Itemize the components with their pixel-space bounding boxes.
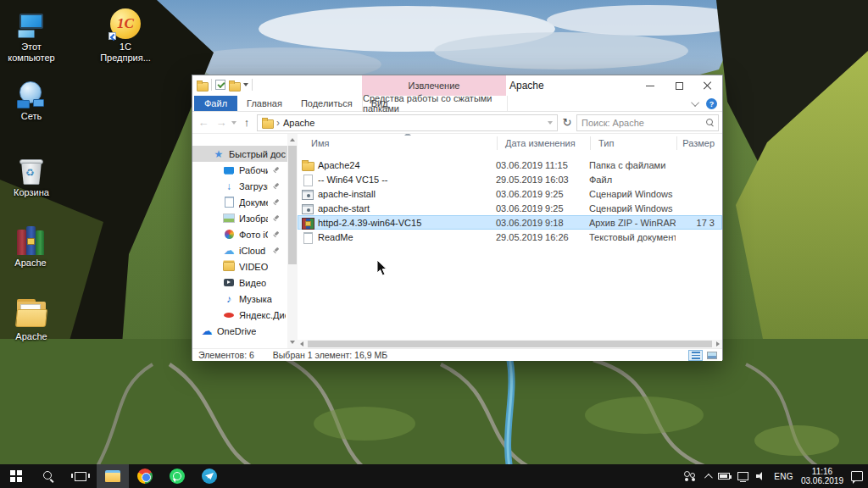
help-icon[interactable]: ? [706, 98, 717, 109]
recent-locations-dropdown-icon[interactable] [231, 121, 236, 125]
taskbar-chrome-button[interactable] [129, 464, 161, 488]
text-document-icon [302, 231, 314, 243]
desktop-icon-apache-archive[interactable]: Apache [0, 223, 61, 269]
column-header-date[interactable]: Дата изменения [498, 136, 591, 150]
sidebar-item-downloads[interactable]: ↓ Загрузки [192, 178, 287, 194]
file-row[interactable]: -- Win64 VC15 -- 29.05.2019 16:03 Файл [298, 172, 722, 186]
sidebar-item-desktop[interactable]: Рабочий стол [192, 162, 287, 178]
scrollbar-thumb[interactable] [288, 146, 297, 264]
desktop-icon-apache-folder[interactable]: Apache [1, 297, 62, 342]
scroll-down-icon[interactable] [290, 341, 295, 344]
file-row[interactable]: apache-start 03.06.2019 9:25 Сценарий Wi… [298, 201, 722, 215]
window-title: Apache [509, 75, 544, 96]
folder-icon[interactable] [197, 80, 208, 90]
file-name: apache-install [314, 189, 496, 199]
file-name: ReadMe [314, 232, 496, 242]
pin-icon [272, 182, 280, 190]
sidebar-item-video-folder[interactable]: VIDEO [192, 258, 287, 274]
desktop-icon-recycle-bin[interactable]: ♻ Корзина [1, 152, 62, 198]
collapse-ribbon-icon[interactable] [691, 98, 699, 107]
details-view-button[interactable] [688, 350, 703, 361]
sidebar-item-pictures[interactable]: Изображения [192, 210, 287, 226]
tab-home[interactable]: Главная [237, 96, 292, 111]
1c-logo-text: 1С [117, 15, 134, 32]
folder-icon [223, 261, 235, 273]
sidebar-scrollbar[interactable] [287, 134, 298, 348]
close-button[interactable] [693, 75, 722, 96]
scroll-right-icon[interactable] [716, 341, 720, 347]
breadcrumb[interactable]: Apache [283, 118, 314, 128]
new-folder-icon[interactable] [229, 80, 240, 90]
sidebar-item-quick-access[interactable]: ★ Быстрый доступ [192, 146, 287, 162]
clock[interactable]: 11:16 03.06.2019 [801, 467, 843, 485]
taskbar-telegram-button[interactable] [193, 464, 225, 488]
winrar-archive-icon [0, 223, 61, 255]
desktop-icon-label: Корзина [1, 187, 62, 198]
action-center-icon[interactable] [851, 471, 863, 481]
toolbar-separator [252, 79, 253, 91]
column-header-type[interactable]: Тип [591, 136, 677, 150]
tab-file[interactable]: Файл [194, 96, 237, 111]
taskbar-whatsapp-button[interactable] [161, 464, 193, 488]
properties-check-icon[interactable] [215, 80, 225, 90]
language-indicator[interactable]: ENG [774, 472, 793, 481]
column-header-name[interactable]: Имя [298, 136, 498, 150]
sidebar-item-icloud-drive[interactable]: ☁ iCloud Drive [192, 242, 287, 258]
folder-icon [262, 118, 273, 127]
search-icon [43, 471, 54, 482]
sort-ascending-icon [404, 134, 411, 136]
tab-compressed-folder-tools[interactable]: Средства работы со сжатыми папками [362, 96, 508, 111]
taskbar-file-explorer-button[interactable] [97, 464, 129, 488]
sidebar-item-onedrive[interactable]: ☁ OneDrive [192, 323, 287, 339]
address-dropdown-icon[interactable] [548, 121, 553, 125]
1c-enterprise-icon: 1С [95, 7, 156, 39]
file-explorer-icon [105, 470, 120, 482]
forward-icon[interactable]: → [214, 117, 229, 128]
scroll-left-icon[interactable] [300, 341, 303, 347]
sidebar-item-icloud-photos[interactable]: Фото iCloud [192, 226, 287, 242]
people-icon[interactable] [683, 471, 697, 481]
network-icon[interactable] [737, 472, 748, 480]
sidebar-item-documents[interactable]: Документы [192, 194, 287, 210]
tab-share[interactable]: Поделиться [292, 96, 362, 111]
customize-toolbar-dropdown-icon[interactable] [243, 83, 248, 86]
file-type: Архив ZIP - WinRAR [589, 218, 676, 228]
file-type: Файл [589, 175, 676, 185]
thumbnails-view-button[interactable] [704, 350, 719, 361]
hidden-icons-chevron-icon[interactable] [704, 473, 713, 481]
up-icon[interactable]: ↑ [239, 117, 254, 128]
column-header-label: Размер [682, 138, 715, 148]
task-view-button[interactable] [64, 464, 97, 488]
start-button[interactable] [0, 464, 32, 488]
navigation-pane: ★ Быстрый доступ Рабочий стол ↓ Загрузки… [192, 134, 287, 348]
file-row[interactable]: apache-install 03.06.2019 9:25 Сценарий … [298, 186, 722, 201]
taskbar-search-button[interactable] [32, 464, 64, 488]
file-date: 03.06.2019 9:25 [496, 203, 589, 214]
desktop-icon-network[interactable]: Сеть [1, 76, 62, 122]
address-bar[interactable]: › Apache [257, 114, 558, 131]
file-row-selected[interactable]: httpd-2.4.39-win64-VC15 03.06.2019 9:18 … [298, 215, 722, 230]
scrollbar-thumb[interactable] [308, 341, 712, 347]
search-box[interactable] [576, 114, 719, 131]
maximize-button[interactable] [665, 75, 693, 96]
file-row[interactable]: Apache24 03.06.2019 11:15 Папка с файлам… [298, 158, 722, 172]
column-header-size[interactable]: Размер [677, 136, 720, 150]
search-input[interactable] [581, 118, 703, 128]
whatsapp-icon [170, 469, 185, 484]
battery-icon[interactable] [718, 473, 730, 480]
minimize-button[interactable] [636, 75, 665, 96]
sidebar-item-music[interactable]: ♪ Музыка [192, 291, 287, 307]
sidebar-item-videos[interactable]: Видео [192, 274, 287, 291]
window-controls [636, 75, 722, 96]
back-icon[interactable]: ← [196, 117, 211, 128]
desktop-icon-1c-enterprise[interactable]: 1С 1С Предприя... [95, 7, 156, 64]
file-row[interactable]: ReadMe 29.05.2019 16:26 Текстовый докуме… [298, 230, 722, 244]
desktop-icon-this-pc[interactable]: Этот компьютер [1, 7, 62, 64]
file-size: 17 3 [676, 218, 715, 228]
refresh-icon[interactable]: ↻ [560, 116, 574, 129]
horizontal-scrollbar[interactable] [298, 340, 722, 348]
volume-icon[interactable] [756, 472, 766, 480]
sidebar-item-yandex-disk[interactable]: Яндекс.Диск [192, 307, 287, 323]
sidebar-item-label: Музыка [239, 294, 272, 304]
scroll-up-icon[interactable] [290, 138, 295, 141]
